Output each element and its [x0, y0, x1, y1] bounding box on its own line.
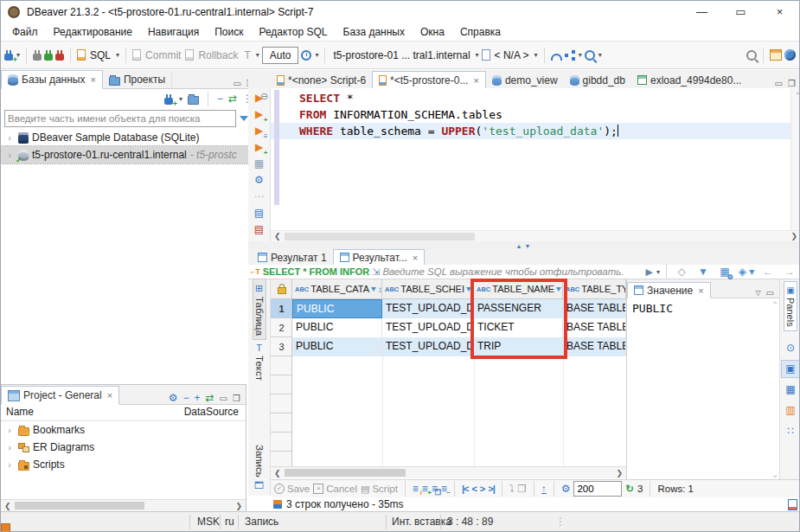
expand-query-icon[interactable]: ⇲ — [372, 266, 380, 278]
expand-chevron-icon[interactable]: › — [4, 459, 15, 470]
column-filter-icon[interactable] — [466, 287, 471, 292]
network-dropdown-icon[interactable]: ▾ — [579, 51, 582, 59]
tab-projects[interactable]: Проекты — [103, 71, 172, 88]
cancel-button[interactable]: ×Cancel — [313, 484, 357, 494]
delete-row-icon[interactable]: ≡− — [441, 483, 447, 495]
fetch-page-icon[interactable]: ⤵ — [509, 484, 515, 494]
object-search-input[interactable] — [4, 110, 236, 127]
perspective-icon[interactable] — [770, 49, 782, 61]
scroll-left-icon[interactable]: ❮ — [271, 469, 285, 478]
expand-all-icon[interactable]: + — [195, 392, 201, 404]
db-search-icon[interactable] — [585, 50, 595, 61]
sql-editor-icon[interactable] — [77, 49, 86, 61]
new-connection-dropdown-icon[interactable]: ▾ — [179, 95, 182, 103]
new-connection-icon[interactable]: + — [164, 98, 173, 105]
language-indicator[interactable]: ru — [225, 516, 234, 528]
row-number[interactable] — [271, 375, 292, 394]
close-tab-icon[interactable]: × — [473, 75, 478, 86]
menu-item-Редактирование[interactable]: Редактирование — [46, 26, 140, 38]
project-item[interactable]: ›Scripts — [1, 456, 246, 473]
fetch-all-icon[interactable]: ❒ — [518, 483, 527, 495]
grouping-panel-icon[interactable]: ⊙ — [782, 340, 799, 356]
insert-mode-indicator[interactable]: Инт. вставка — [392, 516, 451, 528]
commit-button[interactable]: Commit — [145, 49, 181, 61]
tab-databases[interactable]: Базы данных × — [1, 70, 103, 89]
new-connection-icon[interactable]: + — [4, 54, 13, 61]
editor-tab[interactable]: gibdd_db — [564, 72, 631, 88]
grid-cell[interactable]: BASE TABLE — [563, 299, 626, 318]
execute-script-icon[interactable]: ▶≡ — [251, 123, 268, 139]
presentation-settings-icon[interactable]: ◈ ▾ — [738, 264, 755, 280]
caret-position-indicator[interactable]: 3 : 48 : 89 — [447, 516, 493, 528]
clear-filter-icon[interactable]: ◇ — [673, 264, 690, 280]
expand-chevron-icon[interactable]: › — [4, 132, 15, 143]
minimize-panel-icon[interactable]: ▭ — [220, 394, 227, 403]
scroll-up-icon[interactable]: ⌃ — [773, 300, 778, 309]
minimize-panel-icon[interactable]: ▭ — [766, 288, 774, 298]
first-row-icon[interactable]: |< — [462, 484, 469, 494]
export-result-icon[interactable]: ↑ — [541, 484, 547, 494]
link-with-editor-icon[interactable]: ⇄ — [206, 392, 214, 404]
script-button[interactable]: ▤Script — [361, 484, 398, 495]
project-item[interactable]: ›Bookmarks — [1, 421, 246, 439]
connect-icon[interactable] — [33, 54, 42, 61]
filter-funnel-icon[interactable] — [240, 116, 248, 121]
grid-cell[interactable]: TEST_UPLOAD_DAT — [382, 299, 474, 318]
transaction-mode-icon[interactable]: T — [244, 49, 250, 61]
grid-cell[interactable]: BASE TABLE — [563, 318, 626, 337]
edit-cell-icon[interactable]: ≡/ — [413, 483, 419, 495]
editor-vscrollbar[interactable]: ⌃ — [790, 88, 800, 230]
grid-settings-icon[interactable]: ▦⚙ — [716, 264, 733, 280]
grid-hscrollbar[interactable]: ❮ ❯ — [271, 466, 626, 478]
editor-settings-gear-icon[interactable]: ⚙ — [251, 172, 268, 189]
sql-editor-label[interactable]: SQL — [90, 49, 111, 61]
clock-dropdown-icon[interactable]: ▾ — [315, 51, 318, 59]
close-tab-icon[interactable]: × — [413, 253, 418, 263]
execute-new-tab-icon[interactable]: ▶+ — [251, 106, 268, 123]
grid-cell[interactable]: PASSENGER — [474, 299, 563, 318]
column-header-TABLE_SCHEI[interactable]: ABCTABLE_SCHEI↕ — [382, 279, 474, 299]
code-line[interactable]: FROM INFORMATION_SCHEMA.tables — [271, 106, 790, 123]
add-row-icon[interactable]: ≡+ — [422, 483, 428, 495]
rollback-button[interactable]: Rollback — [198, 49, 238, 61]
editor-results-splitter[interactable]: ▲▼ — [248, 241, 800, 249]
separator-dots-icon[interactable]: ⋯ — [251, 189, 268, 205]
expand-chevron-icon[interactable]: › — [4, 425, 15, 435]
row-header-corner[interactable] — [271, 279, 292, 299]
record-mode-toggle[interactable]: Запись 🗔 — [254, 445, 265, 490]
nav-forward-icon[interactable]: → ▾ — [781, 264, 798, 280]
mode-indicator[interactable]: Запись — [245, 516, 278, 528]
column-header-TABLE_NAME[interactable]: ABCTABLE_NAME↕ — [474, 279, 563, 299]
minimize-panel-icon[interactable]: ▭ — [775, 79, 783, 88]
reconnect-icon[interactable] — [44, 54, 53, 61]
scroll-down-icon[interactable]: ⌄ — [773, 470, 778, 478]
settings-gear-icon[interactable]: ⚙ — [169, 392, 178, 404]
maximize-panel-icon[interactable]: ❒ — [788, 79, 796, 88]
next-row-icon[interactable]: > — [480, 484, 484, 494]
grid-cell[interactable]: TEST_UPLOAD_DAT — [382, 337, 474, 356]
transaction-dropdown-icon[interactable]: ▾ — [256, 51, 259, 59]
panel-menu-icon[interactable]: ▽ — [755, 289, 760, 297]
sql-editor[interactable]: SELECT *FROM INFORMATION_SCHEMA.tablesWH… — [271, 88, 790, 230]
editor-hscrollbar[interactable]: ❮ ❯ — [271, 230, 800, 241]
duplicate-row-icon[interactable]: ≡❐ — [432, 483, 438, 495]
scroll-right-icon[interactable]: ❯ — [612, 469, 626, 478]
save-button[interactable]: ✓Save — [274, 484, 310, 494]
results-tab[interactable]: Результат...× — [333, 249, 426, 266]
link-with-editor-icon[interactable]: ⇄ — [228, 93, 237, 105]
menu-item-Файл[interactable]: Файл — [4, 26, 46, 38]
editor-tab[interactable]: exload_4994de80... — [631, 72, 747, 88]
quick-access-search-icon[interactable] — [746, 50, 757, 61]
presentation-tab-Текст[interactable]: TТекст — [253, 339, 266, 384]
row-number[interactable] — [271, 452, 292, 466]
network-profile-icon[interactable] — [565, 50, 575, 61]
export-script-icon[interactable]: ▤ — [251, 205, 268, 221]
globe-perspective-icon[interactable] — [784, 49, 796, 61]
collapse-all-icon[interactable]: − — [217, 93, 223, 105]
scroll-left-icon[interactable]: ❮ — [1, 502, 15, 510]
close-button[interactable]: × — [760, 1, 799, 22]
dashboard-icon[interactable] — [551, 54, 562, 61]
scroll-thumb[interactable] — [15, 502, 144, 510]
results-tab[interactable]: Результат 1 — [252, 250, 333, 265]
scroll-thumb[interactable] — [285, 233, 475, 240]
